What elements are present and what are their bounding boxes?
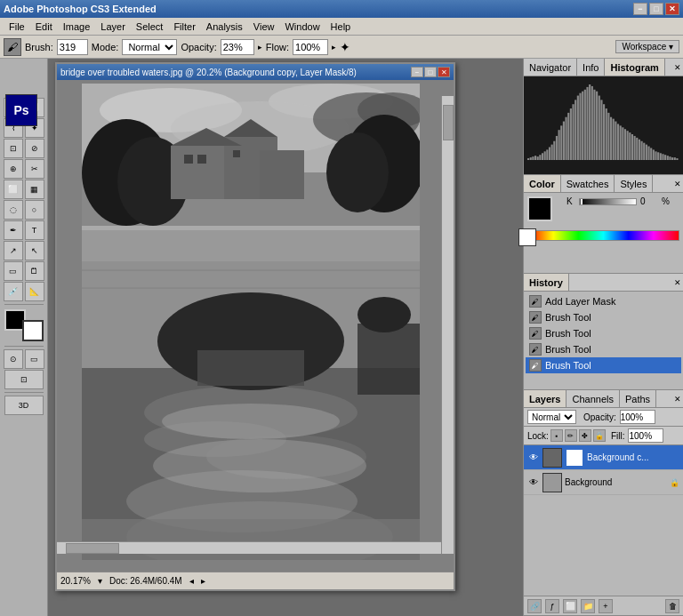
opacity-arrow[interactable]: ▸ <box>258 43 262 52</box>
menu-layer[interactable]: Layer <box>95 20 131 34</box>
flow-input[interactable] <box>293 39 328 55</box>
tab-layers[interactable]: Layers <box>524 390 566 407</box>
background-swatch[interactable] <box>518 228 536 246</box>
tab-history[interactable]: History <box>524 274 569 291</box>
slice-tool[interactable]: ⊘ <box>25 139 44 158</box>
svg-rect-38 <box>527 158 529 160</box>
history-item[interactable]: 🖌Brush Tool <box>526 325 681 341</box>
tab-navigator[interactable]: Navigator <box>524 59 577 76</box>
k-slider[interactable] <box>579 198 637 205</box>
background-color[interactable] <box>22 320 44 341</box>
type-tool[interactable]: T <box>25 220 44 240</box>
tab-styles[interactable]: Styles <box>615 175 653 192</box>
fg-bg-colors[interactable] <box>4 309 44 341</box>
scroll-left-arrow[interactable]: ◂ <box>189 576 194 586</box>
flow-arrow[interactable]: ▸ <box>332 43 336 52</box>
layers-section: Layers Channels Paths ✕ Normal Opacity: … <box>524 390 683 616</box>
menu-analysis[interactable]: Analysis <box>201 20 248 34</box>
minimize-button[interactable]: − <box>633 3 647 15</box>
fill-value-input[interactable] <box>628 428 663 443</box>
panel-close-nav[interactable]: ✕ <box>674 63 681 72</box>
layer-visibility-toggle[interactable]: 👁 <box>527 452 540 464</box>
opacity-input[interactable] <box>221 39 254 55</box>
blend-mode-select[interactable]: Normal <box>527 410 576 424</box>
lock-all-icon[interactable]: 🔒 <box>593 429 606 442</box>
new-layer-button[interactable]: + <box>599 599 613 613</box>
layer-visibility-toggle[interactable]: 👁 <box>527 476 540 489</box>
dodge-tool[interactable]: ○ <box>25 200 44 220</box>
eyedropper-tool[interactable]: 💉 <box>4 282 23 301</box>
tab-histogram[interactable]: Histogram <box>605 59 664 76</box>
panel-close-color[interactable]: ✕ <box>674 180 681 188</box>
menu-window[interactable]: Window <box>279 20 325 34</box>
vertical-scrollbar[interactable] <box>441 96 454 554</box>
history-item[interactable]: 🖌Brush Tool <box>526 357 681 373</box>
tab-paths[interactable]: Paths <box>620 390 656 407</box>
panel-close-layers[interactable]: ✕ <box>674 395 681 404</box>
history-item[interactable]: 🖌Brush Tool <box>526 341 681 357</box>
doc-maximize[interactable]: □ <box>424 67 437 77</box>
horizontal-scrollbar[interactable] <box>57 541 441 554</box>
layer-item[interactable]: 👁Background🔒 <box>524 470 683 495</box>
doc-minimize[interactable]: − <box>411 67 423 77</box>
horizontal-scroll-thumb[interactable] <box>66 543 119 554</box>
menu-filter[interactable]: Filter <box>168 20 200 34</box>
shape-tool[interactable]: ▭ <box>4 261 23 281</box>
svg-rect-87 <box>643 143 645 160</box>
add-style-button[interactable]: ƒ <box>545 599 559 613</box>
panel-close-history[interactable]: ✕ <box>674 278 681 287</box>
layer-item[interactable]: 👁Background c... <box>524 445 683 470</box>
opacity-value-input[interactable] <box>620 410 655 424</box>
standard-mode[interactable]: ▭ <box>25 349 44 369</box>
link-layers-button[interactable]: 🔗 <box>527 599 542 613</box>
tab-color[interactable]: Color <box>524 175 561 192</box>
measure-tool[interactable]: 📐 <box>25 282 44 301</box>
screen-mode[interactable]: ⊡ <box>4 370 44 389</box>
pen-tool[interactable]: ✒ <box>4 220 23 240</box>
tab-info[interactable]: Info <box>577 59 605 76</box>
layer-name: Background c... <box>587 452 679 462</box>
direct-select-tool[interactable]: ↖ <box>25 241 44 260</box>
vertical-scroll-thumb[interactable] <box>443 105 454 140</box>
foreground-swatch[interactable] <box>527 196 552 221</box>
doc-content[interactable] <box>57 80 454 572</box>
workspace-button[interactable]: Workspace ▾ <box>615 40 679 53</box>
quick-mask-tool[interactable]: ⊙ <box>4 349 23 369</box>
airbrush-icon[interactable]: ✦ <box>340 40 350 54</box>
tab-swatches[interactable]: Swatches <box>561 175 615 192</box>
maximize-button[interactable]: □ <box>649 3 663 15</box>
menu-edit[interactable]: Edit <box>30 20 58 34</box>
notes-tool[interactable]: 🗒 <box>25 261 44 281</box>
color-content: K 0 % <box>524 193 683 244</box>
menu-file[interactable]: File <box>4 20 30 34</box>
delete-layer-button[interactable]: 🗑 <box>665 599 679 613</box>
3d-tool[interactable]: 3D <box>4 396 44 415</box>
lock-transparent-icon[interactable]: ▪ <box>550 429 563 442</box>
blur-tool[interactable]: ◌ <box>4 200 23 220</box>
add-mask-button[interactable]: ⬜ <box>563 599 577 613</box>
color-spectrum-bar[interactable] <box>527 230 679 241</box>
mode-select[interactable]: Normal <box>122 39 177 55</box>
heal-tool[interactable]: ⊕ <box>4 159 23 179</box>
path-select-tool[interactable]: ↗ <box>4 241 23 260</box>
brush-size-input[interactable] <box>57 39 88 55</box>
tab-channels[interactable]: Channels <box>566 390 619 407</box>
menu-image[interactable]: Image <box>58 20 96 34</box>
lock-image-icon[interactable]: ✏ <box>565 429 577 442</box>
close-button[interactable]: ✕ <box>665 3 679 15</box>
menu-view[interactable]: View <box>248 20 280 34</box>
lock-position-icon[interactable]: ✤ <box>579 429 591 442</box>
crop-tool[interactable]: ⊡ <box>4 139 23 158</box>
menu-help[interactable]: Help <box>325 20 357 34</box>
svg-rect-82 <box>631 134 633 160</box>
menu-select[interactable]: Select <box>131 20 169 34</box>
gradient-tool[interactable]: ▦ <box>25 180 44 199</box>
history-item[interactable]: 🖌Add Layer Mask <box>526 293 681 309</box>
doc-close[interactable]: ✕ <box>438 67 450 77</box>
history-item[interactable]: 🖌Brush Tool <box>526 309 681 325</box>
new-group-button[interactable]: 📁 <box>581 599 595 613</box>
eraser-tool[interactable]: ⬜ <box>4 180 23 199</box>
scroll-right-arrow[interactable]: ▸ <box>201 576 205 586</box>
history-item-icon: 🖌 <box>529 359 542 372</box>
clone-tool[interactable]: ✂ <box>25 159 44 179</box>
